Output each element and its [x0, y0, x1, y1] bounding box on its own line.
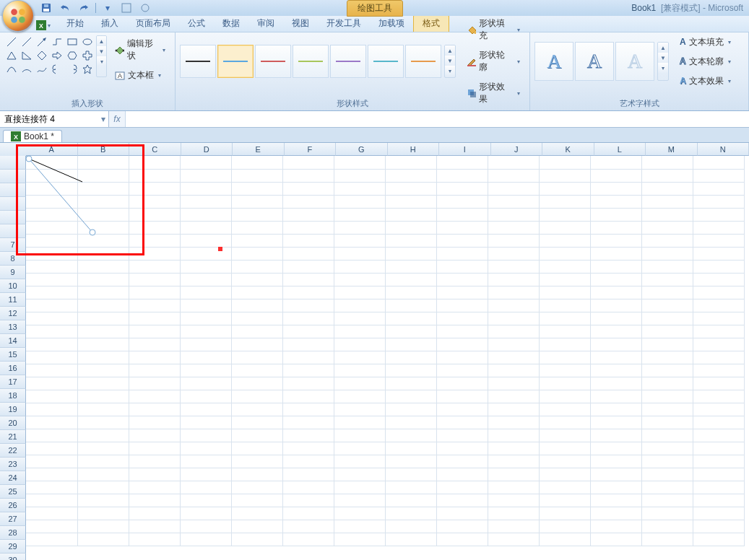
cell[interactable]	[231, 494, 282, 507]
cell[interactable]	[129, 533, 180, 546]
cell[interactable]	[385, 442, 436, 455]
cell[interactable]	[334, 403, 385, 416]
cell[interactable]	[385, 312, 436, 325]
cell[interactable]	[590, 286, 641, 299]
cell[interactable]	[641, 507, 693, 520]
cell[interactable]	[590, 468, 641, 481]
cell[interactable]	[282, 429, 334, 442]
row-header[interactable]: 14	[0, 334, 26, 348]
cell[interactable]	[590, 338, 641, 351]
cell[interactable]	[539, 195, 590, 208]
shape-arrowblock-icon[interactable]	[50, 49, 64, 62]
wordart-gallery-scroll[interactable]: ▲ ▼ ▾	[657, 42, 669, 81]
cell[interactable]	[385, 247, 436, 260]
cell[interactable]	[436, 169, 488, 182]
cell[interactable]	[231, 377, 282, 390]
cell[interactable]	[641, 455, 693, 468]
cell[interactable]	[129, 507, 180, 520]
cell[interactable]	[180, 533, 231, 546]
cell[interactable]	[77, 208, 129, 221]
cell[interactable]	[693, 455, 744, 468]
cell[interactable]	[385, 273, 436, 286]
cell[interactable]	[539, 325, 590, 338]
row-header[interactable]	[0, 224, 26, 238]
cell[interactable]	[334, 273, 385, 286]
row-header[interactable]: 7	[0, 238, 26, 252]
cell[interactable]	[590, 442, 641, 455]
cell[interactable]	[539, 533, 590, 546]
cell[interactable]	[693, 182, 744, 195]
cell[interactable]	[282, 195, 334, 208]
cell[interactable]	[77, 455, 129, 468]
cell[interactable]	[26, 429, 77, 442]
cell[interactable]	[436, 286, 488, 299]
cell[interactable]	[282, 312, 334, 325]
cell[interactable]	[129, 195, 180, 208]
cell[interactable]	[77, 156, 129, 169]
column-header[interactable]: I	[439, 143, 491, 156]
cell[interactable]	[180, 182, 231, 195]
cell[interactable]	[334, 520, 385, 533]
shape-diamond-icon[interactable]	[35, 49, 49, 62]
cell[interactable]	[26, 156, 77, 169]
cell[interactable]	[282, 208, 334, 221]
cell[interactable]	[334, 338, 385, 351]
cell[interactable]	[385, 156, 436, 169]
cell[interactable]	[590, 221, 641, 234]
cell[interactable]	[26, 442, 77, 455]
tab-data[interactable]: 数据	[214, 15, 248, 32]
cell[interactable]	[488, 156, 539, 169]
cell[interactable]	[180, 312, 231, 325]
cell[interactable]	[539, 338, 590, 351]
row-header[interactable]: 8	[0, 252, 26, 266]
column-header[interactable]: F	[285, 143, 337, 156]
row-header[interactable]: 27	[0, 512, 26, 526]
row-header[interactable]: 30	[0, 554, 26, 560]
cell[interactable]	[385, 403, 436, 416]
cell[interactable]	[26, 221, 77, 234]
cell[interactable]	[641, 312, 693, 325]
cell[interactable]	[282, 338, 334, 351]
cell[interactable]	[334, 481, 385, 494]
cell[interactable]	[436, 416, 488, 429]
cell[interactable]	[282, 494, 334, 507]
shape-style-swatch[interactable]	[368, 45, 404, 78]
cell[interactable]	[26, 390, 77, 403]
cell[interactable]	[77, 507, 129, 520]
cell[interactable]	[231, 338, 282, 351]
scroll-down-icon[interactable]: ▼	[97, 46, 106, 56]
cell[interactable]	[641, 286, 693, 299]
tab-format[interactable]: 格式	[413, 14, 449, 32]
column-header[interactable]: D	[181, 143, 233, 156]
shape-arc-icon[interactable]	[20, 63, 34, 76]
cell[interactable]	[641, 325, 693, 338]
text-outline-button[interactable]: A 文本轮廓▾	[675, 53, 736, 70]
cell[interactable]	[77, 390, 129, 403]
shape-connector-icon[interactable]	[50, 35, 64, 48]
cell[interactable]	[334, 208, 385, 221]
cell[interactable]	[26, 520, 77, 533]
cell[interactable]	[488, 429, 539, 442]
cell[interactable]	[385, 481, 436, 494]
cell[interactable]	[334, 312, 385, 325]
cell[interactable]	[77, 260, 129, 273]
column-header[interactable]: K	[542, 143, 594, 156]
cell[interactable]	[180, 390, 231, 403]
cell[interactable]	[282, 403, 334, 416]
cell[interactable]	[180, 507, 231, 520]
cell[interactable]	[282, 351, 334, 364]
shape-style-swatch[interactable]	[330, 45, 366, 78]
cell[interactable]	[26, 286, 77, 299]
cell[interactable]	[282, 416, 334, 429]
cell[interactable]	[539, 429, 590, 442]
row-header[interactable]: 12	[0, 307, 26, 320]
cell[interactable]	[77, 247, 129, 260]
cell[interactable]	[334, 507, 385, 520]
shape-style-swatch[interactable]	[255, 45, 291, 78]
shape-outline-button[interactable]: 形状轮廓▾	[462, 47, 525, 76]
cell[interactable]	[231, 195, 282, 208]
shape-triangle-icon[interactable]	[4, 49, 19, 62]
cell[interactable]	[180, 286, 231, 299]
cell[interactable]	[26, 273, 77, 286]
cell[interactable]	[488, 442, 539, 455]
